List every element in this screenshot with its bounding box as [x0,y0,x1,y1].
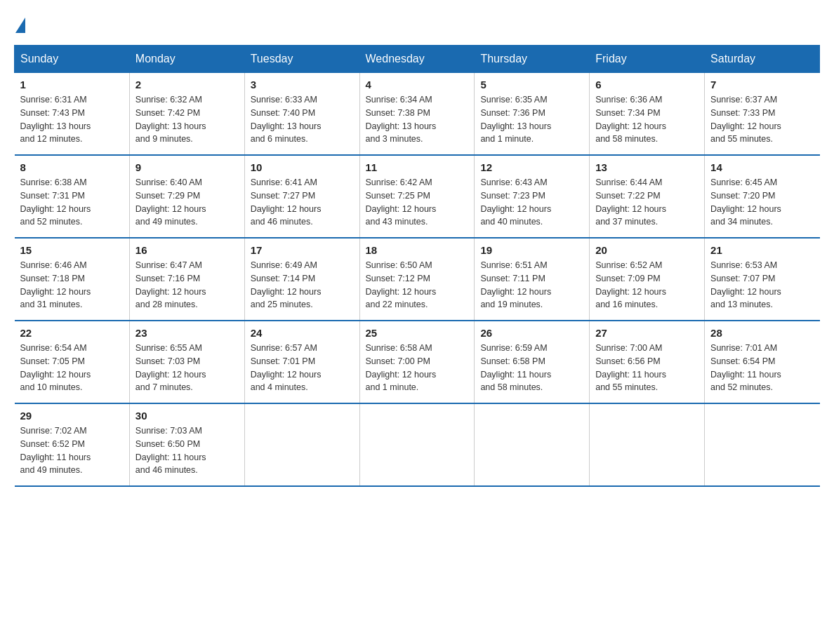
calendar-table: SundayMondayTuesdayWednesdayThursdayFrid… [14,45,820,487]
weekday-header-sunday: Sunday [15,46,130,73]
day-info: Sunrise: 6:57 AM Sunset: 7:01 PM Dayligh… [251,342,354,394]
day-info: Sunrise: 6:43 AM Sunset: 7:23 PM Dayligh… [480,176,583,229]
day-number: 21 [710,244,814,256]
day-number: 22 [20,327,124,339]
logo [14,14,27,31]
day-info: Sunrise: 6:59 AM Sunset: 6:58 PM Dayligh… [480,342,583,394]
day-number: 3 [251,79,354,90]
calendar-cell: 29Sunrise: 7:02 AM Sunset: 6:52 PM Dayli… [15,403,130,486]
day-info: Sunrise: 6:35 AM Sunset: 7:36 PM Dayligh… [480,93,583,146]
day-info: Sunrise: 6:38 AM Sunset: 7:31 PM Dayligh… [20,176,124,229]
day-info: Sunrise: 6:44 AM Sunset: 7:22 PM Dayligh… [595,176,699,229]
day-info: Sunrise: 6:42 AM Sunset: 7:25 PM Dayligh… [366,176,469,229]
day-number: 4 [366,79,469,90]
calendar-cell: 22Sunrise: 6:54 AM Sunset: 7:05 PM Dayli… [15,321,130,403]
calendar-cell: 15Sunrise: 6:46 AM Sunset: 7:18 PM Dayli… [15,238,130,321]
day-number: 25 [366,327,469,339]
day-number: 9 [135,161,239,173]
day-number: 1 [20,79,124,90]
day-number: 8 [20,161,124,173]
day-number: 15 [20,244,124,256]
day-info: Sunrise: 6:41 AM Sunset: 7:27 PM Dayligh… [251,176,354,229]
calendar-cell: 3Sunrise: 6:33 AM Sunset: 7:40 PM Daylig… [244,73,359,156]
day-number: 5 [480,79,583,90]
day-info: Sunrise: 6:51 AM Sunset: 7:11 PM Dayligh… [480,259,583,311]
day-info: Sunrise: 6:55 AM Sunset: 7:03 PM Dayligh… [135,342,239,394]
calendar-cell [244,403,359,486]
calendar-week-row: 8Sunrise: 6:38 AM Sunset: 7:31 PM Daylig… [15,155,820,238]
calendar-cell: 27Sunrise: 7:00 AM Sunset: 6:56 PM Dayli… [590,321,705,403]
day-info: Sunrise: 6:40 AM Sunset: 7:29 PM Dayligh… [135,176,239,229]
calendar-cell: 25Sunrise: 6:58 AM Sunset: 7:00 PM Dayli… [359,321,475,403]
day-info: Sunrise: 6:34 AM Sunset: 7:38 PM Dayligh… [366,93,469,146]
calendar-cell: 13Sunrise: 6:44 AM Sunset: 7:22 PM Dayli… [590,155,705,238]
day-number: 30 [135,410,239,422]
calendar-cell: 26Sunrise: 6:59 AM Sunset: 6:58 PM Dayli… [475,321,590,403]
day-number: 16 [135,244,239,256]
calendar-week-row: 1Sunrise: 6:31 AM Sunset: 7:43 PM Daylig… [15,73,820,156]
calendar-cell: 16Sunrise: 6:47 AM Sunset: 7:16 PM Dayli… [129,238,244,321]
calendar-cell: 17Sunrise: 6:49 AM Sunset: 7:14 PM Dayli… [244,238,359,321]
calendar-cell: 1Sunrise: 6:31 AM Sunset: 7:43 PM Daylig… [15,73,130,156]
day-number: 18 [366,244,469,256]
calendar-cell: 10Sunrise: 6:41 AM Sunset: 7:27 PM Dayli… [244,155,359,238]
day-number: 13 [595,161,699,173]
calendar-cell: 8Sunrise: 6:38 AM Sunset: 7:31 PM Daylig… [15,155,130,238]
weekday-header-thursday: Thursday [475,46,590,73]
day-number: 20 [595,244,699,256]
day-number: 19 [480,244,583,256]
day-info: Sunrise: 6:45 AM Sunset: 7:20 PM Dayligh… [710,176,814,229]
day-info: Sunrise: 6:36 AM Sunset: 7:34 PM Dayligh… [595,93,699,146]
day-number: 28 [710,327,814,339]
calendar-cell: 18Sunrise: 6:50 AM Sunset: 7:12 PM Dayli… [359,238,475,321]
weekday-header-friday: Friday [590,46,705,73]
day-number: 7 [710,79,814,90]
day-info: Sunrise: 7:01 AM Sunset: 6:54 PM Dayligh… [710,342,814,394]
calendar-week-row: 22Sunrise: 6:54 AM Sunset: 7:05 PM Dayli… [15,321,820,403]
day-number: 2 [135,79,239,90]
calendar-week-row: 15Sunrise: 6:46 AM Sunset: 7:18 PM Dayli… [15,238,820,321]
day-number: 17 [251,244,354,256]
logo-triangle-icon [15,18,25,33]
day-info: Sunrise: 6:46 AM Sunset: 7:18 PM Dayligh… [20,259,124,311]
weekday-header-monday: Monday [129,46,244,73]
weekday-header-row: SundayMondayTuesdayWednesdayThursdayFrid… [15,46,820,73]
page-header [14,14,820,31]
calendar-cell: 2Sunrise: 6:32 AM Sunset: 7:42 PM Daylig… [129,73,244,156]
day-info: Sunrise: 6:37 AM Sunset: 7:33 PM Dayligh… [710,93,814,146]
calendar-cell: 9Sunrise: 6:40 AM Sunset: 7:29 PM Daylig… [129,155,244,238]
calendar-cell: 5Sunrise: 6:35 AM Sunset: 7:36 PM Daylig… [475,73,590,156]
day-info: Sunrise: 6:31 AM Sunset: 7:43 PM Dayligh… [20,93,124,146]
calendar-cell: 14Sunrise: 6:45 AM Sunset: 7:20 PM Dayli… [705,155,820,238]
calendar-cell: 19Sunrise: 6:51 AM Sunset: 7:11 PM Dayli… [475,238,590,321]
day-info: Sunrise: 6:54 AM Sunset: 7:05 PM Dayligh… [20,342,124,394]
weekday-header-wednesday: Wednesday [359,46,475,73]
calendar-cell: 6Sunrise: 6:36 AM Sunset: 7:34 PM Daylig… [590,73,705,156]
day-info: Sunrise: 6:33 AM Sunset: 7:40 PM Dayligh… [251,93,354,146]
calendar-cell [590,403,705,486]
calendar-cell: 7Sunrise: 6:37 AM Sunset: 7:33 PM Daylig… [705,73,820,156]
weekday-header-saturday: Saturday [705,46,820,73]
calendar-cell [475,403,590,486]
calendar-cell: 28Sunrise: 7:01 AM Sunset: 6:54 PM Dayli… [705,321,820,403]
day-info: Sunrise: 7:02 AM Sunset: 6:52 PM Dayligh… [20,424,124,477]
calendar-cell: 30Sunrise: 7:03 AM Sunset: 6:50 PM Dayli… [129,403,244,486]
day-info: Sunrise: 6:49 AM Sunset: 7:14 PM Dayligh… [251,259,354,311]
day-number: 29 [20,410,124,422]
calendar-cell [359,403,475,486]
day-info: Sunrise: 6:47 AM Sunset: 7:16 PM Dayligh… [135,259,239,311]
day-number: 27 [595,327,699,339]
calendar-cell: 12Sunrise: 6:43 AM Sunset: 7:23 PM Dayli… [475,155,590,238]
calendar-cell: 24Sunrise: 6:57 AM Sunset: 7:01 PM Dayli… [244,321,359,403]
day-info: Sunrise: 7:03 AM Sunset: 6:50 PM Dayligh… [135,424,239,477]
day-info: Sunrise: 6:32 AM Sunset: 7:42 PM Dayligh… [135,93,239,146]
calendar-cell: 23Sunrise: 6:55 AM Sunset: 7:03 PM Dayli… [129,321,244,403]
day-info: Sunrise: 6:53 AM Sunset: 7:07 PM Dayligh… [710,259,814,311]
day-info: Sunrise: 6:50 AM Sunset: 7:12 PM Dayligh… [366,259,469,311]
day-number: 11 [366,161,469,173]
day-number: 10 [251,161,354,173]
calendar-week-row: 29Sunrise: 7:02 AM Sunset: 6:52 PM Dayli… [15,403,820,486]
day-number: 26 [480,327,583,339]
calendar-cell: 11Sunrise: 6:42 AM Sunset: 7:25 PM Dayli… [359,155,475,238]
calendar-cell: 4Sunrise: 6:34 AM Sunset: 7:38 PM Daylig… [359,73,475,156]
